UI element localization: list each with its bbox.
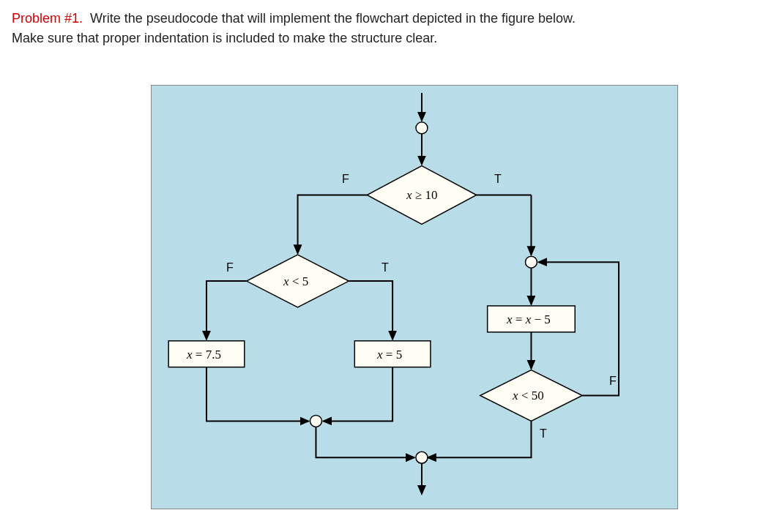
d2-true-line <box>349 281 392 340</box>
problem-label: Problem #1. <box>12 11 83 26</box>
d2-false-line <box>206 281 247 340</box>
connector-bottom <box>416 452 428 463</box>
branch-d3-true: T <box>540 427 547 441</box>
merge-to-bottom <box>316 427 414 457</box>
branch-d3-false: F <box>609 375 617 388</box>
d1-false-line <box>298 195 368 253</box>
connector-top <box>416 122 428 134</box>
problem-text-line1: Write the pseudocode that will implement… <box>90 11 576 26</box>
problem-text-line2: Make sure that proper indentation is inc… <box>12 31 437 45</box>
flowchart-svg <box>152 86 677 509</box>
label-d3: x < 50 <box>513 389 544 403</box>
label-d1: x ≥ 10 <box>406 188 437 203</box>
branch-d2-false: F <box>226 261 234 274</box>
connector-merge <box>310 415 321 427</box>
label-d2: x < 5 <box>283 274 308 289</box>
label-p2: x = 5 <box>377 348 402 362</box>
flowchart: x ≥ 10 x < 5 x < 50 x = 7.5 x = 5 x = x … <box>151 85 678 509</box>
p2-merge <box>323 367 392 422</box>
connector-loop <box>525 256 537 268</box>
branch-d2-true: T <box>382 261 389 274</box>
branch-d1-true: T <box>494 173 502 186</box>
branch-d1-false: F <box>342 173 349 186</box>
d3-true-down <box>428 421 532 457</box>
p1-merge <box>206 367 309 422</box>
problem-statement: Problem #1. Write the pseudocode that wi… <box>12 9 751 48</box>
label-p3: x = x − 5 <box>507 312 551 327</box>
label-p1: x = 7.5 <box>187 348 221 362</box>
